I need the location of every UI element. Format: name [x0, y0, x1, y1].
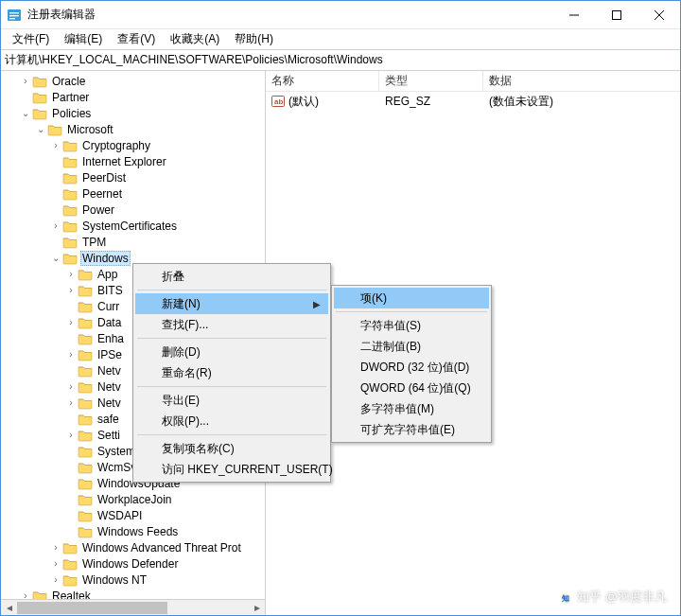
- ctx-delete[interactable]: 删除(D): [135, 342, 328, 362]
- tree-node-workplacejoin[interactable]: WorkplaceJoin: [1, 491, 265, 507]
- tree-label: Netv: [96, 396, 123, 410]
- tree-node-systemcertificates[interactable]: ›SystemCertificates: [1, 218, 265, 234]
- list-row[interactable]: ab (默认) REG_SZ (数值未设置): [266, 92, 680, 111]
- ctx-new-dword[interactable]: DWORD (32 位)值(D): [334, 357, 489, 378]
- expand-icon[interactable]: ⌄: [20, 108, 31, 118]
- expand-icon[interactable]: ⌄: [35, 124, 46, 134]
- expand-icon[interactable]: ›: [50, 140, 61, 150]
- tree-node-cryptography[interactable]: ›Cryptography: [1, 137, 265, 153]
- ctx-export[interactable]: 导出(E): [135, 390, 328, 411]
- ctx-permissions[interactable]: 权限(P)...: [135, 411, 328, 431]
- folder-icon: [62, 171, 78, 185]
- menu-edit[interactable]: 编辑(E): [57, 29, 110, 49]
- value-type: REG_SZ: [385, 95, 489, 108]
- folder-icon: [32, 107, 47, 120]
- expand-icon[interactable]: ›: [65, 269, 77, 279]
- tree-node-tpm[interactable]: TPM: [1, 234, 265, 250]
- menu-file[interactable]: 文件(F): [5, 29, 57, 49]
- close-button[interactable]: [637, 1, 680, 28]
- folder-icon: [78, 316, 93, 329]
- scroll-right-button[interactable]: ▸: [249, 600, 265, 616]
- separator: [137, 290, 326, 290]
- expand-icon[interactable]: ⌄: [50, 253, 61, 263]
- expand-icon[interactable]: ›: [50, 574, 61, 585]
- tree-node-policies[interactable]: ⌄Policies: [1, 105, 265, 121]
- ctx-goto-hkcu[interactable]: 访问 HKEY_CURRENT_USER(T): [135, 459, 328, 480]
- tree-node-peernet[interactable]: Peernet: [1, 185, 265, 202]
- menu-help[interactable]: 帮助(H): [227, 29, 281, 49]
- expand-icon[interactable]: ›: [65, 430, 77, 440]
- tree-node-power[interactable]: Power: [1, 202, 265, 218]
- tree-label: Enha: [96, 332, 126, 345]
- menu-favorites[interactable]: 收藏夹(A): [163, 29, 227, 49]
- menu-view[interactable]: 查看(V): [110, 29, 163, 49]
- ctx-collapse[interactable]: 折叠: [135, 266, 328, 287]
- tree-label: Partner: [50, 91, 91, 104]
- expand-icon[interactable]: ›: [65, 285, 77, 295]
- ctx-new-qword[interactable]: QWORD (64 位)值(Q): [334, 378, 489, 398]
- folder-icon: [78, 461, 93, 474]
- context-submenu-new: 项(K) 字符串值(S) 二进制值(B) DWORD (32 位)值(D) QW…: [331, 285, 492, 443]
- tree-node-windowsfeeds[interactable]: Windows Feeds: [1, 523, 265, 539]
- expand-icon[interactable]: ›: [65, 397, 77, 408]
- tree-node-nt[interactable]: ›Windows NT: [1, 572, 265, 588]
- tree-node-partner[interactable]: Partner: [1, 89, 265, 105]
- ctx-new-binary[interactable]: 二进制值(B): [334, 336, 489, 357]
- address-bar[interactable]: 计算机\HKEY_LOCAL_MACHINE\SOFTWARE\Policies…: [1, 50, 680, 71]
- tree-node-ie[interactable]: Internet Explorer: [1, 153, 265, 169]
- address-text: 计算机\HKEY_LOCAL_MACHINE\SOFTWARE\Policies…: [5, 52, 383, 68]
- col-data[interactable]: 数据: [483, 71, 680, 91]
- ctx-new-multistring[interactable]: 多字符串值(M): [334, 398, 489, 419]
- expand-icon[interactable]: ›: [50, 220, 61, 231]
- tree-node-oracle[interactable]: ›Oracle: [1, 73, 265, 89]
- tree-node-peerdist[interactable]: PeerDist: [1, 169, 265, 185]
- maximize-button[interactable]: [595, 1, 637, 28]
- tree-label: SystemCertificates: [80, 220, 179, 233]
- svg-rect-2: [9, 15, 19, 16]
- svg-rect-5: [612, 10, 620, 19]
- expand-icon[interactable]: ›: [65, 349, 77, 360]
- expand-icon[interactable]: ›: [65, 317, 77, 327]
- scroll-left-button[interactable]: ◂: [1, 600, 17, 616]
- col-type[interactable]: 类型: [379, 71, 483, 91]
- minimize-button[interactable]: [552, 1, 595, 28]
- folder-icon: [78, 380, 93, 394]
- tree-label: System: [96, 445, 137, 458]
- ctx-copy-keyname[interactable]: 复制项名称(C): [135, 438, 328, 459]
- ctx-new[interactable]: 新建(N)▶: [135, 293, 328, 314]
- ctx-new-key[interactable]: 项(K): [334, 288, 489, 308]
- folder-icon: [62, 236, 78, 249]
- svg-rect-3: [9, 18, 15, 19]
- tree-node-microsoft[interactable]: ⌄Microsoft: [1, 121, 265, 137]
- tree-node-watp[interactable]: ›Windows Advanced Threat Prot: [1, 539, 265, 555]
- folder-icon: [62, 203, 78, 217]
- tree-label: WSDAPI: [96, 509, 144, 522]
- folder-icon: [62, 573, 78, 587]
- tree-label: PeerDist: [80, 171, 128, 185]
- folder-icon: [78, 493, 93, 506]
- tree-label: App: [96, 268, 119, 281]
- ctx-find[interactable]: 查找(F)...: [135, 314, 328, 335]
- scroll-track[interactable]: [17, 600, 249, 616]
- tree-hscrollbar[interactable]: ◂ ▸: [1, 599, 265, 615]
- folder-icon: [78, 332, 93, 345]
- scroll-thumb[interactable]: [17, 602, 167, 614]
- ctx-new-string[interactable]: 字符串值(S): [334, 315, 489, 336]
- ctx-rename[interactable]: 重命名(R): [135, 362, 328, 383]
- tree-label: Oracle: [50, 75, 87, 88]
- expand-icon[interactable]: ›: [20, 76, 31, 86]
- expand-icon[interactable]: ›: [50, 542, 61, 553]
- tree-node-defender[interactable]: ›Windows Defender: [1, 555, 265, 572]
- separator: [137, 338, 326, 339]
- folder-icon: [78, 509, 93, 522]
- tree-node-wsdapi[interactable]: WSDAPI: [1, 507, 265, 523]
- folder-icon: [47, 123, 62, 136]
- expand-icon[interactable]: ›: [50, 558, 61, 569]
- expand-icon[interactable]: ›: [65, 381, 77, 392]
- col-name[interactable]: 名称: [266, 71, 379, 91]
- window-title: 注册表编辑器: [27, 7, 552, 23]
- string-value-icon: ab: [271, 95, 285, 108]
- ctx-new-expandstring[interactable]: 可扩充字符串值(E): [334, 419, 489, 440]
- folder-icon: [62, 155, 78, 168]
- app-icon: [7, 8, 22, 23]
